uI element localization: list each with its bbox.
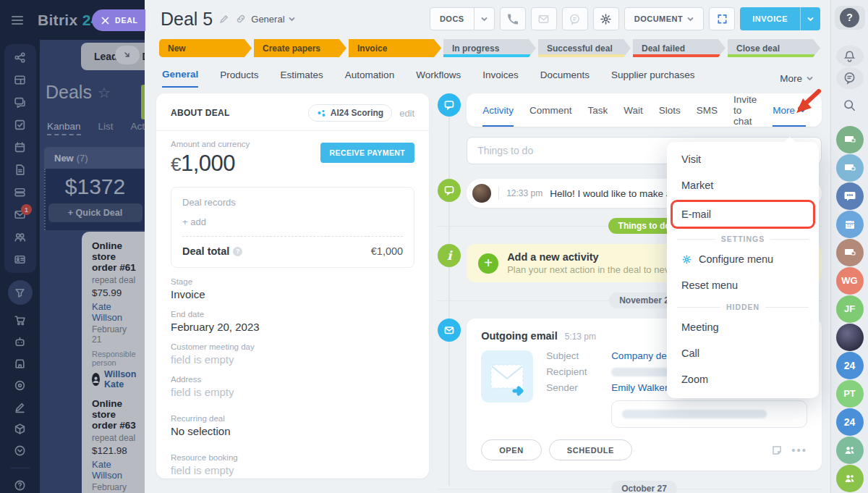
field-stage[interactable]: Stage Invoice — [171, 277, 414, 300]
envelope-illustration — [481, 350, 533, 403]
tl-tab-task[interactable]: Task — [587, 93, 608, 127]
note-icon[interactable] — [771, 444, 783, 456]
chat-avatar-screenshare[interactable] — [836, 154, 864, 182]
email-preview-box[interactable] — [611, 400, 807, 428]
menu-item-email[interactable]: E-mail — [673, 202, 813, 227]
tab-automation[interactable]: Automation — [345, 69, 394, 87]
link-icon[interactable] — [236, 14, 246, 24]
stage-new[interactable]: New — [159, 39, 252, 57]
fullscreen-button[interactable] — [709, 7, 735, 30]
amount-label: Amount and currency — [171, 140, 250, 148]
ai-scoring-button[interactable]: AI24 Scoring — [308, 104, 392, 122]
user-avatar-wg[interactable]: WG — [836, 267, 864, 295]
receive-payment-button[interactable]: RECEIVE PAYMENT — [320, 143, 415, 163]
docs-dropdown-caret[interactable] — [474, 8, 494, 30]
edit-pencil-icon[interactable] — [219, 14, 229, 24]
right-rail: ? WG JF 24 PT 24 — [830, 0, 868, 493]
chat-avatar-people[interactable] — [836, 437, 864, 464]
help-tooltip-icon[interactable]: ? — [233, 247, 242, 256]
tab-invoices[interactable]: Invoices — [482, 69, 519, 87]
add-record-link[interactable]: + add — [182, 216, 403, 227]
field-address[interactable]: Address field is empty — [171, 375, 414, 398]
field-recurring-deal[interactable]: Recurring deal No selection — [171, 414, 414, 437]
stage-close-deal[interactable]: Close deal — [728, 39, 820, 57]
tl-tab-activity[interactable]: Activity — [482, 93, 514, 127]
deal-records-box: Deal records + add Deal total? €1,000 — [171, 187, 414, 268]
menu-item-call[interactable]: Call — [667, 340, 819, 366]
invoice-button[interactable]: INVOICE — [740, 7, 820, 30]
menu-item-zoom[interactable]: Zoom — [667, 366, 819, 392]
tl-tab-sms[interactable]: SMS — [697, 93, 718, 127]
tab-estimates[interactable]: Estimates — [281, 69, 323, 87]
edit-link[interactable]: edit — [399, 108, 414, 119]
chat-avatar-screenshare[interactable] — [836, 239, 864, 266]
field-customer-meeting-day[interactable]: Customer meeting day field is empty — [171, 342, 414, 366]
stage-successful-deal[interactable]: Successful deal — [538, 39, 631, 57]
bitrix24-avatar[interactable]: 24 — [836, 352, 864, 379]
tl-tab-slots[interactable]: Slots — [659, 93, 681, 127]
chat-avatar-people[interactable] — [836, 465, 864, 492]
invoice-dropdown-caret[interactable] — [800, 7, 820, 30]
deal-tabs: General Products Estimates Automation Wo… — [145, 57, 830, 88]
call-button[interactable] — [500, 7, 526, 30]
menu-item-meeting[interactable]: Meeting — [667, 314, 819, 340]
search-button[interactable] — [836, 95, 864, 116]
tab-supplier-purchases[interactable]: Supplier purchases — [611, 69, 695, 87]
settings-gear-button[interactable] — [593, 7, 619, 30]
chat-avatar-group[interactable] — [836, 182, 864, 210]
tl-tab-invite-to-chat[interactable]: Invite to chat — [733, 93, 757, 127]
tl-tab-more[interactable]: More — [773, 93, 806, 127]
open-button[interactable]: OPEN — [481, 439, 542, 460]
deal-title: Deal 5 — [161, 9, 213, 30]
pipeline-selector[interactable]: General — [251, 14, 294, 25]
tl-tab-wait[interactable]: Wait — [624, 93, 643, 127]
stage-deal-failed[interactable]: Deal failed — [633, 39, 726, 57]
menu-item-market[interactable]: Market — [667, 172, 819, 198]
email-item-time: 5:13 pm — [565, 332, 596, 342]
close-icon — [101, 17, 109, 25]
tab-documents[interactable]: Documents — [540, 69, 590, 87]
docs-button[interactable]: DOCS — [430, 7, 495, 30]
sender-link[interactable]: Emily Walker — [611, 382, 668, 393]
deal-header: Deal 5 General DOCS DOCUMENT — [145, 0, 830, 33]
menu-item-reset[interactable]: Reset menu — [667, 272, 819, 298]
help-button[interactable]: ? — [835, 6, 865, 30]
deal-stage-bar: New Create papers Invoice In progress Su… — [145, 33, 830, 57]
chat-avatar-screenshare[interactable] — [836, 126, 864, 153]
schedule-button[interactable]: SCHEDULE — [549, 439, 632, 460]
tab-general[interactable]: General — [162, 69, 198, 88]
tl-tab-comment[interactable]: Comment — [529, 93, 572, 127]
recipient-label: Recipient — [546, 366, 611, 377]
user-avatar-jf[interactable]: JF — [836, 295, 864, 323]
menu-item-visit[interactable]: Visit — [667, 146, 819, 172]
feed-icon — [843, 71, 856, 85]
menu-item-configure[interactable]: Configure menu — [667, 246, 819, 272]
tab-products[interactable]: Products — [220, 69, 258, 87]
notifications-button[interactable] — [836, 46, 864, 67]
email-button[interactable] — [531, 7, 557, 30]
document-button[interactable]: DOCUMENT — [624, 7, 705, 30]
field-resource-booking[interactable]: Resource booking field is empty — [171, 453, 414, 476]
chat-avatar-calendar[interactable] — [836, 211, 864, 238]
stage-create-papers[interactable]: Create papers — [254, 39, 346, 57]
sender-label: Sender — [546, 382, 611, 393]
user-avatar-pt[interactable]: PT — [836, 380, 864, 408]
user-avatar-photo[interactable] — [836, 324, 864, 351]
stage-in-progress[interactable]: In progress — [443, 39, 536, 57]
deal-total-value: €1,000 — [371, 245, 403, 257]
field-end-date[interactable]: End date February 20, 2023 — [171, 310, 414, 333]
about-deal-card: ABOUT DEAL AI24 Scoring edit Amount and … — [156, 93, 429, 479]
more-actions-icon[interactable]: ••• — [791, 444, 807, 456]
deal-slideover: Deal 5 General DOCS DOCUMENT — [145, 0, 830, 493]
tab-workflows[interactable]: Workflows — [416, 69, 461, 87]
chat-button[interactable] — [562, 7, 588, 30]
configure-gear-icon — [681, 254, 692, 265]
feed-button[interactable] — [836, 67, 864, 88]
hidden-section-header: HIDDEN — [667, 298, 819, 314]
deal-total-label: Deal total? — [182, 245, 242, 257]
timeline-tabs: Activity Comment Task Wait Slots SMS Inv… — [467, 93, 822, 127]
stage-invoice[interactable]: Invoice — [349, 39, 441, 57]
bitrix24-avatar[interactable]: 24 — [836, 408, 864, 436]
deal-slider-tab[interactable]: DEAL — [92, 9, 145, 31]
tabs-more[interactable]: More — [780, 73, 813, 84]
